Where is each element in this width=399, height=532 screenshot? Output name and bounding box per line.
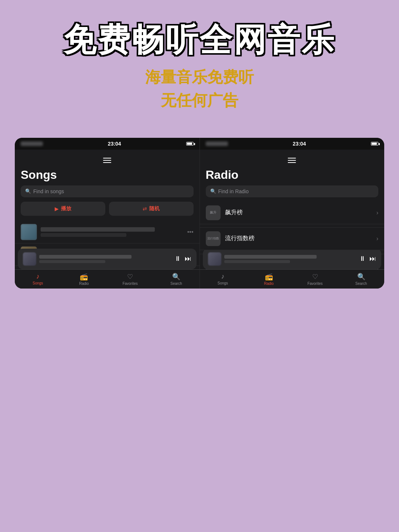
right-search-placeholder: Find in Radio (218, 188, 249, 194)
radio-item-liuxing[interactable]: 流行指数 流行指数榜 › (200, 228, 385, 250)
right-menu-row (200, 150, 385, 165)
radio-chevron-liuxing: › (376, 235, 378, 242)
right-status-icons (371, 142, 378, 146)
right-search-tab-icon: 🔍 (357, 273, 365, 281)
left-favorites-label: Favorites (123, 282, 138, 286)
right-search-tab-label: Search (355, 282, 367, 286)
song-info-1 (41, 227, 184, 237)
right-np-controls: ⏸ ⏭ (359, 255, 376, 263)
right-hamburger-menu-icon[interactable] (288, 158, 296, 163)
play-label: 播放 (61, 205, 71, 212)
right-search-icon: 🔍 (210, 188, 216, 194)
right-tab-search[interactable]: 🔍 Search (338, 270, 384, 289)
right-favorites-icon: ♡ (312, 273, 318, 281)
left-status-icons (186, 142, 194, 146)
right-pause-button[interactable]: ⏸ (359, 255, 366, 263)
right-songs-icon: ♪ (221, 273, 224, 280)
right-tab-radio[interactable]: 📻 Radio (246, 270, 292, 289)
play-button[interactable]: ▶ 播放 (21, 202, 105, 216)
right-search-bar[interactable]: 🔍 Find in Radio (206, 185, 379, 197)
header-area: 免费畅听全网音乐 海量音乐免费听 无任何广告 (0, 0, 399, 127)
left-radio-icon: 📻 (80, 273, 88, 281)
left-menu-row (15, 150, 200, 165)
left-page-title-row: Songs (15, 165, 200, 185)
right-status-bar: 23:04 (200, 138, 385, 150)
left-time: 23:04 (108, 141, 121, 147)
left-carrier (21, 141, 43, 146)
left-phone-screen: 23:04 Songs 🔍 Find in songs ▶ 播放 (15, 138, 200, 289)
right-phone-screen: 23:04 Radio 🔍 Find in Radio 飙升 飙升榜 (200, 138, 385, 289)
left-pause-button[interactable]: ⏸ (174, 255, 181, 263)
left-tab-bar: ♪ Songs 📻 Radio ♡ Favorites 🔍 Search (15, 269, 200, 289)
left-tab-search[interactable]: 🔍 Search (153, 270, 200, 289)
left-favorites-icon: ♡ (127, 273, 133, 281)
right-radio-label: Radio (264, 282, 274, 286)
right-page-title-row: Radio (200, 165, 385, 185)
radio-item-liuxing-row: 流行指数 流行指数榜 › (200, 227, 385, 250)
left-search-icon: 🔍 (25, 188, 31, 194)
left-battery-icon (186, 142, 194, 146)
right-now-playing: ⏸ ⏭ (203, 249, 382, 269)
radio-chevron-biaozhang: › (376, 209, 378, 216)
left-tab-songs[interactable]: ♪ Songs (15, 270, 61, 289)
left-songs-icon: ♪ (36, 273, 40, 280)
right-page-title: Radio (206, 168, 379, 182)
left-np-artist (39, 260, 105, 263)
left-action-buttons: ▶ 播放 ⇄ 随机 (15, 202, 200, 221)
left-search-bar[interactable]: 🔍 Find in songs (21, 185, 194, 197)
right-tab-favorites[interactable]: ♡ Favorites (292, 270, 338, 289)
shuffle-icon: ⇄ (143, 206, 147, 212)
left-np-info (39, 255, 171, 263)
right-np-title (224, 255, 317, 259)
right-time: 23:04 (293, 141, 306, 147)
right-favorites-label: Favorites (307, 282, 323, 286)
right-carrier (206, 141, 228, 146)
song-artist-1 (41, 233, 126, 237)
left-page-title: Songs (21, 168, 194, 182)
right-np-info (224, 255, 357, 263)
right-battery-icon (371, 142, 378, 146)
radio-item-biaozhang[interactable]: 飙升 飙升榜 › (200, 202, 385, 224)
right-next-button[interactable]: ⏭ (369, 255, 376, 263)
sub-title: 海量音乐免费听 无任何广告 (15, 65, 384, 112)
left-songs-label: Songs (33, 281, 43, 285)
right-tab-bar: ♪ Songs 📻 Radio ♡ Favorites 🔍 Search (200, 269, 385, 289)
radio-thumb-liuxing: 流行指数 (206, 231, 221, 246)
right-songs-label: Songs (218, 281, 228, 285)
left-search-tab-icon: 🔍 (172, 273, 180, 281)
shuffle-label: 随机 (149, 205, 160, 212)
left-search-tab-label: Search (170, 282, 182, 286)
right-np-thumb (208, 252, 221, 266)
left-next-button[interactable]: ⏭ (185, 255, 191, 263)
right-tab-songs[interactable]: ♪ Songs (200, 270, 246, 289)
hamburger-menu-icon[interactable] (103, 158, 111, 163)
left-now-playing: ⏸ ⏭ (18, 249, 197, 269)
left-status-bar: 23:04 (15, 138, 200, 150)
left-radio-label: Radio (79, 282, 89, 286)
left-tab-radio[interactable]: 📻 Radio (61, 270, 107, 289)
left-tab-favorites[interactable]: ♡ Favorites (107, 270, 153, 289)
song-item-1[interactable]: ••• (15, 221, 200, 243)
radio-name-liuxing: 流行指数榜 (225, 235, 255, 241)
right-radio-icon: 📻 (265, 273, 273, 281)
play-icon: ▶ (55, 206, 59, 212)
song-title-1 (41, 227, 155, 232)
left-np-controls: ⏸ ⏭ (174, 255, 191, 263)
left-search-placeholder: Find in songs (33, 188, 64, 194)
song-more-1[interactable]: ••• (187, 229, 194, 235)
right-np-artist (224, 260, 290, 263)
screenshots-container: 23:04 Songs 🔍 Find in songs ▶ 播放 (15, 138, 384, 289)
left-np-thumb (23, 252, 36, 266)
radio-thumb-biaozhang: 飙升 (206, 205, 221, 220)
main-title: 免费畅听全网音乐 (15, 22, 384, 58)
left-np-title (39, 255, 132, 259)
radio-name-biaozhang: 飙升榜 (225, 209, 243, 215)
shuffle-button[interactable]: ⇄ 随机 (109, 202, 194, 216)
song-thumb-1 (21, 224, 37, 240)
